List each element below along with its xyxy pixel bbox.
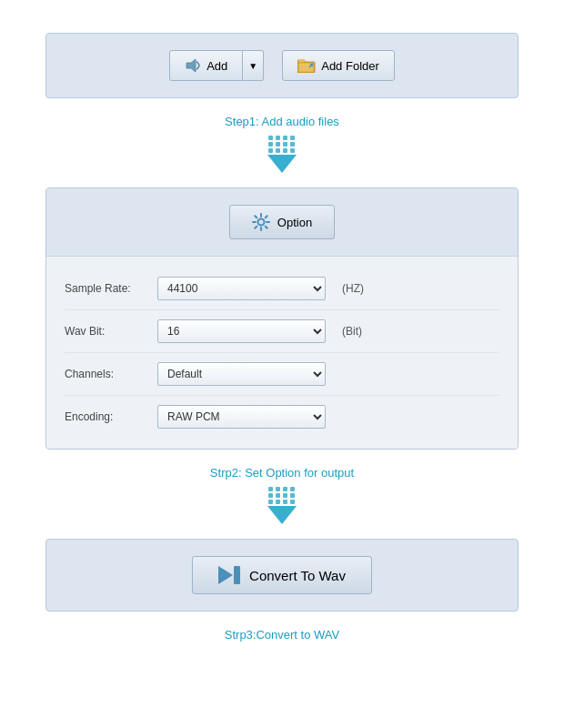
convert-button[interactable]: Convert To Wav bbox=[192, 556, 372, 594]
sample-rate-select[interactable]: 44100 22050 11025 8000 48000 96000 bbox=[157, 277, 326, 300]
arrow-down-2 bbox=[267, 506, 297, 524]
folder-icon bbox=[297, 58, 316, 73]
sample-rate-unit: (HZ) bbox=[342, 282, 364, 295]
arrow-dots-1 bbox=[268, 136, 296, 153]
svg-marker-0 bbox=[186, 59, 196, 72]
wav-bit-row: Wav Bit: 16 8 24 32 (Bit) bbox=[65, 310, 499, 353]
svg-rect-3 bbox=[298, 59, 305, 62]
encoding-select[interactable]: RAW PCM PCM ADPCM IEEE FLOAT bbox=[157, 405, 326, 429]
svg-marker-8 bbox=[218, 566, 233, 584]
svg-point-7 bbox=[257, 219, 264, 226]
gear-icon bbox=[252, 213, 270, 231]
dropdown-arrow: ▼ bbox=[248, 61, 257, 71]
step1-arrow bbox=[267, 136, 297, 173]
step1-buttons-row: Add ▼ Add Folder bbox=[169, 50, 395, 81]
add-folder-button-label: Add Folder bbox=[321, 59, 379, 73]
convert-button-label: Convert To Wav bbox=[249, 568, 346, 583]
speaker-icon bbox=[185, 58, 201, 73]
step2-arrow bbox=[267, 487, 297, 524]
sample-rate-row: Sample Rate: 44100 22050 11025 8000 4800… bbox=[65, 268, 499, 310]
step2-panel: Option Sample Rate: 44100 22050 11025 80… bbox=[45, 187, 519, 450]
wav-bit-unit: (Bit) bbox=[342, 325, 362, 338]
step3-panel: Convert To Wav bbox=[45, 539, 519, 612]
option-button[interactable]: Option bbox=[229, 205, 335, 239]
channels-label: Channels: bbox=[65, 368, 146, 380]
svg-rect-9 bbox=[234, 566, 240, 584]
option-button-label: Option bbox=[277, 216, 312, 229]
encoding-label: Encoding: bbox=[65, 410, 146, 423]
channels-row: Channels: Default Mono Stereo bbox=[65, 353, 499, 396]
channels-select[interactable]: Default Mono Stereo bbox=[157, 362, 326, 386]
options-form: Sample Rate: 44100 22050 11025 8000 4800… bbox=[46, 256, 518, 449]
encoding-row: Encoding: RAW PCM PCM ADPCM IEEE FLOAT bbox=[65, 396, 499, 438]
add-dropdown-button[interactable]: ▼ bbox=[243, 50, 264, 81]
add-button-label: Add bbox=[206, 59, 227, 73]
add-button-group: Add ▼ bbox=[169, 50, 264, 81]
add-button[interactable]: Add bbox=[169, 50, 243, 81]
step1-panel: Add ▼ Add Folder bbox=[45, 33, 519, 98]
page-wrapper: Add ▼ Add Folder bbox=[0, 0, 564, 674]
wav-bit-label: Wav Bit: bbox=[65, 325, 146, 338]
convert-play-icon bbox=[218, 566, 240, 584]
step2-label: Strp2: Set Option for output bbox=[210, 466, 354, 480]
option-panel-header: Option bbox=[46, 188, 518, 256]
arrow-down-1 bbox=[267, 155, 297, 173]
wav-bit-select[interactable]: 16 8 24 32 bbox=[157, 319, 326, 343]
sample-rate-label: Sample Rate: bbox=[65, 282, 146, 295]
step3-label: Strp3:Convert to WAV bbox=[225, 628, 339, 642]
step1-label: Step1: Add audio files bbox=[225, 115, 339, 128]
add-folder-button[interactable]: Add Folder bbox=[282, 50, 395, 81]
arrow-dots-2 bbox=[268, 487, 296, 504]
